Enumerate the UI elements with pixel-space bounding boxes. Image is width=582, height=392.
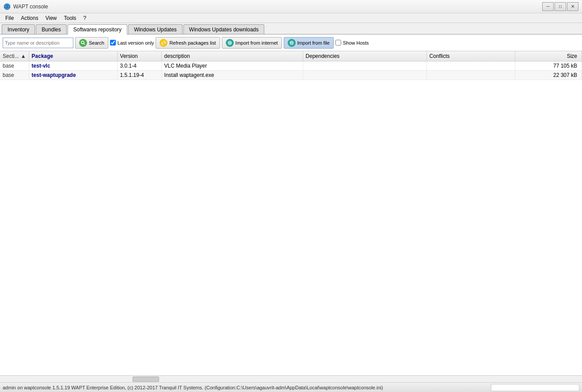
sort-icon-section: ▲ (21, 53, 26, 59)
svg-marker-12 (229, 42, 230, 44)
table-container[interactable]: Secti... ▲ Package Version description (0, 51, 582, 375)
cell-desc-0: VLC Media Player (161, 61, 303, 71)
status-progress-area (491, 384, 579, 391)
cell-package-1: test-waptupgrade (29, 71, 117, 80)
col-description[interactable]: description (161, 51, 303, 61)
table-header-row: Secti... ▲ Package Version description (0, 51, 582, 61)
cell-deps-0 (303, 61, 426, 71)
menu-file[interactable]: File (2, 13, 17, 23)
tab-softwares-repository[interactable]: Softwares repository (68, 24, 127, 34)
col-size[interactable]: Size (515, 51, 582, 61)
cell-package-0: test-vlc (29, 61, 117, 71)
window-title: WAPT console (13, 4, 48, 10)
refresh-icon (160, 39, 167, 47)
search-input[interactable] (3, 38, 73, 48)
last-version-checkbox[interactable] (110, 40, 116, 46)
horizontal-scrollbar[interactable] (0, 375, 582, 382)
hscroll-thumb[interactable] (133, 377, 159, 382)
col-version[interactable]: Version (117, 51, 161, 61)
search-button[interactable]: Search (75, 37, 108, 49)
cell-version-1: 1.5.1.19-4 (117, 71, 161, 80)
col-dependencies[interactable]: Dependencies (303, 51, 426, 61)
import-internet-button[interactable]: Import from internet (222, 37, 282, 49)
packages-table: Secti... ▲ Package Version description (0, 51, 582, 80)
tab-inventory[interactable]: Inventory (2, 24, 35, 34)
hscroll-track[interactable] (0, 376, 582, 382)
app-icon (4, 3, 11, 10)
svg-line-6 (84, 43, 85, 45)
menu-bar: File Actions View Tools ? (0, 13, 582, 23)
svg-marker-7 (164, 42, 165, 44)
cell-deps-1 (303, 71, 426, 80)
search-icon (79, 39, 87, 47)
tab-windows-updates-downloads[interactable]: Windows Updates downloads (183, 24, 264, 34)
show-hosts-checkbox-label[interactable]: Show Hosts (335, 40, 369, 46)
last-version-checkbox-label[interactable]: Last version only (110, 40, 154, 46)
svg-marker-16 (291, 42, 292, 43)
menu-tools[interactable]: Tools (61, 13, 80, 23)
svg-point-5 (81, 41, 84, 44)
cell-size-0: 77 105 kB (515, 61, 582, 71)
menu-view[interactable]: View (42, 13, 61, 23)
refresh-packages-button[interactable]: Refresh packages list (156, 37, 220, 49)
table-row[interactable]: base test-waptupgrade 1.5.1.19-4 Install… (0, 71, 582, 80)
col-section[interactable]: Secti... ▲ (0, 51, 29, 61)
cell-conflicts-0 (426, 61, 515, 71)
import-file-icon (288, 39, 296, 47)
cell-version-0: 3.0.1-4 (117, 61, 161, 71)
status-text: admin on waptconsole 1.5.1.19 WAPT Enter… (3, 385, 383, 390)
cell-desc-1: Install waptagent.exe (161, 71, 303, 80)
import-file-button[interactable]: Import from file (284, 37, 334, 49)
col-package[interactable]: Package (29, 51, 117, 61)
col-conflicts[interactable]: Conflicts (426, 51, 515, 61)
maximize-button[interactable]: □ (555, 2, 566, 11)
close-button[interactable]: ✕ (567, 2, 578, 11)
menu-help[interactable]: ? (80, 13, 90, 23)
cell-conflicts-1 (426, 71, 515, 80)
title-bar: WAPT console ─ □ ✕ (0, 0, 582, 13)
cell-size-1: 22 307 kB (515, 71, 582, 80)
tab-windows-updates[interactable]: Windows Updates (128, 24, 183, 34)
cell-section-0: base (0, 61, 29, 71)
tab-bar: Inventory Bundles Softwares repository W… (0, 23, 582, 34)
window-controls: ─ □ ✕ (542, 2, 578, 11)
cell-section-1: base (0, 71, 29, 80)
menu-actions[interactable]: Actions (17, 13, 42, 23)
show-hosts-checkbox[interactable] (335, 40, 341, 46)
toolbar: Search Last version only Refresh package… (0, 34, 582, 51)
tab-bundles[interactable]: Bundles (36, 24, 66, 34)
svg-marker-8 (162, 42, 163, 44)
import-internet-icon (226, 39, 234, 47)
minimize-button[interactable]: ─ (542, 2, 554, 11)
table-row[interactable]: base test-vlc 3.0.1-4 VLC Media Player 7… (0, 61, 582, 71)
content-area: Secti... ▲ Package Version description (0, 51, 582, 382)
status-bar: admin on waptconsole 1.5.1.19 WAPT Enter… (0, 382, 582, 392)
